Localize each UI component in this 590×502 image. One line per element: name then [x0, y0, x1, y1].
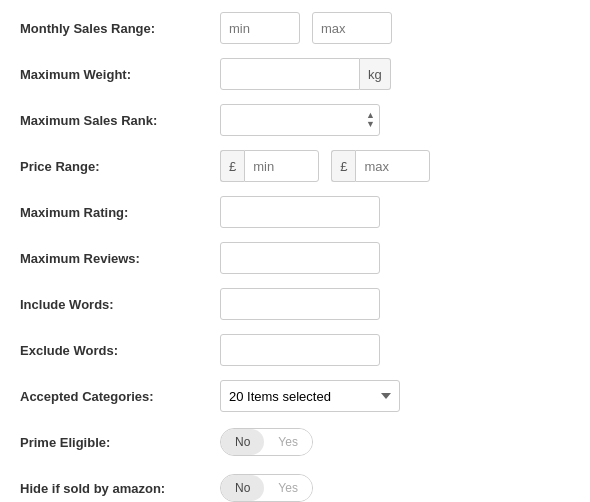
sales-rank-spinner[interactable]: ▲ ▼: [220, 104, 380, 136]
max-weight-input[interactable]: [220, 58, 360, 90]
max-rating-row: Maximum Rating:: [20, 194, 570, 230]
include-words-label: Include Words:: [20, 297, 220, 312]
max-sales-rank-input-area: ▲ ▼: [220, 104, 570, 136]
include-words-input[interactable]: [220, 288, 380, 320]
max-rating-input-area: [220, 196, 570, 228]
accepted-categories-row: Accepted Categories: 20 Items selected: [20, 378, 570, 414]
accepted-categories-select[interactable]: 20 Items selected: [220, 380, 400, 412]
hide-if-sold-toggle[interactable]: No Yes: [220, 474, 313, 502]
prime-eligible-no-btn[interactable]: No: [221, 429, 264, 455]
price-min-group: £: [220, 150, 319, 182]
max-reviews-row: Maximum Reviews:: [20, 240, 570, 276]
price-range-inputs: £ £: [220, 150, 570, 182]
max-rating-input[interactable]: [220, 196, 380, 228]
max-reviews-input-area: [220, 242, 570, 274]
filter-form: Monthly Sales Range: Maximum Weight: kg …: [0, 0, 590, 502]
accepted-categories-label: Accepted Categories:: [20, 389, 220, 404]
max-reviews-input[interactable]: [220, 242, 380, 274]
max-weight-input-area: kg: [220, 58, 570, 90]
monthly-sales-range-label: Monthly Sales Range:: [20, 21, 220, 36]
prime-eligible-toggle-area: No Yes: [220, 428, 570, 456]
kg-unit: kg: [360, 58, 391, 90]
weight-input-group: kg: [220, 58, 391, 90]
monthly-sales-range-row: Monthly Sales Range:: [20, 10, 570, 46]
monthly-sales-min-input[interactable]: [220, 12, 300, 44]
max-rating-label: Maximum Rating:: [20, 205, 220, 220]
hide-if-sold-toggle-area: No Yes: [220, 474, 570, 502]
price-max-input[interactable]: [355, 150, 430, 182]
currency-prefix-min: £: [220, 150, 244, 182]
exclude-words-label: Exclude Words:: [20, 343, 220, 358]
max-reviews-label: Maximum Reviews:: [20, 251, 220, 266]
max-sales-rank-label: Maximum Sales Rank:: [20, 113, 220, 128]
prime-eligible-toggle[interactable]: No Yes: [220, 428, 313, 456]
max-weight-label: Maximum Weight:: [20, 67, 220, 82]
price-range-label: Price Range:: [20, 159, 220, 174]
hide-if-sold-label: Hide if sold by amazon:: [20, 481, 220, 496]
hide-if-sold-no-btn[interactable]: No: [221, 475, 264, 501]
exclude-words-input-area: [220, 334, 570, 366]
max-weight-row: Maximum Weight: kg: [20, 56, 570, 92]
price-max-group: £: [331, 150, 430, 182]
prime-eligible-yes-btn[interactable]: Yes: [264, 429, 312, 455]
accepted-categories-input-area: 20 Items selected: [220, 380, 570, 412]
price-min-input[interactable]: [244, 150, 319, 182]
include-words-row: Include Words:: [20, 286, 570, 322]
price-range-row: Price Range: £ £: [20, 148, 570, 184]
prime-eligible-label: Prime Eligible:: [20, 435, 220, 450]
hide-if-sold-row: Hide if sold by amazon: No Yes: [20, 470, 570, 502]
monthly-sales-max-input[interactable]: [312, 12, 392, 44]
monthly-sales-range-inputs: [220, 12, 570, 44]
spinner-down-btn[interactable]: ▼: [366, 120, 375, 129]
prime-eligible-row: Prime Eligible: No Yes: [20, 424, 570, 460]
hide-if-sold-yes-btn[interactable]: Yes: [264, 475, 312, 501]
currency-prefix-max: £: [331, 150, 355, 182]
spinner-arrows: ▲ ▼: [366, 105, 375, 135]
include-words-input-area: [220, 288, 570, 320]
exclude-words-row: Exclude Words:: [20, 332, 570, 368]
exclude-words-input[interactable]: [220, 334, 380, 366]
max-sales-rank-row: Maximum Sales Rank: ▲ ▼: [20, 102, 570, 138]
